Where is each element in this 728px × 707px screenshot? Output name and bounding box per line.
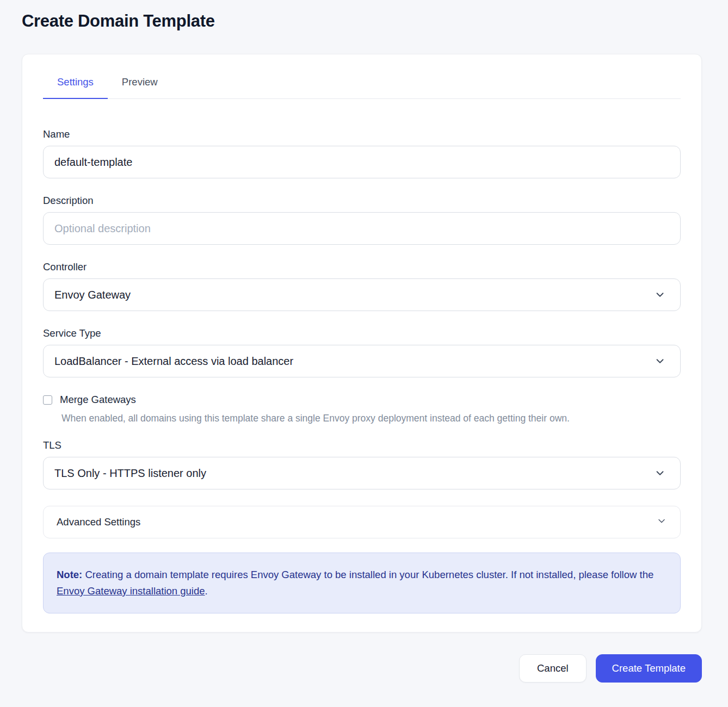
name-label: Name	[43, 128, 681, 140]
chevron-down-icon	[654, 467, 666, 479]
service-type-label: Service Type	[43, 327, 681, 339]
name-input[interactable]	[43, 146, 681, 178]
note-suffix: .	[205, 585, 208, 597]
description-label: Description	[43, 195, 681, 207]
note-prefix: Note:	[57, 569, 82, 580]
footer-actions: Cancel Create Template	[0, 654, 702, 683]
controller-field-group: Controller Envoy Gateway	[43, 261, 681, 311]
description-input[interactable]	[43, 212, 681, 245]
service-type-select-value: LoadBalancer - External access via load …	[54, 355, 293, 368]
tab-preview[interactable]: Preview	[108, 75, 172, 99]
tls-label: TLS	[43, 439, 681, 451]
tls-select[interactable]: TLS Only - HTTPS listener only	[43, 457, 681, 489]
service-type-select[interactable]: LoadBalancer - External access via load …	[43, 345, 681, 377]
chevron-down-icon	[654, 289, 666, 301]
note-box: Note: Creating a domain template require…	[43, 553, 681, 613]
tab-settings[interactable]: Settings	[43, 75, 108, 99]
controller-select[interactable]: Envoy Gateway	[43, 278, 681, 311]
create-domain-template-card: Settings Preview Name Description Contro…	[22, 54, 702, 632]
create-template-button[interactable]: Create Template	[596, 654, 702, 683]
merge-gateways-row: Merge Gateways	[43, 394, 681, 406]
merge-gateways-group: Merge Gateways When enabled, all domains…	[43, 394, 681, 424]
chevron-down-icon	[654, 355, 666, 367]
controller-label: Controller	[43, 261, 681, 273]
service-type-field-group: Service Type LoadBalancer - External acc…	[43, 327, 681, 377]
merge-gateways-label[interactable]: Merge Gateways	[60, 394, 136, 406]
settings-form: Name Description Controller Envoy Gatewa…	[43, 99, 681, 613]
tab-bar: Settings Preview	[43, 75, 681, 99]
installation-guide-link[interactable]: Envoy Gateway installation guide	[57, 585, 205, 597]
cancel-button[interactable]: Cancel	[519, 654, 587, 683]
page-title: Create Domain Template	[22, 11, 706, 31]
tls-select-value: TLS Only - HTTPS listener only	[54, 467, 206, 480]
name-field-group: Name	[43, 128, 681, 178]
merge-gateways-help-text: When enabled, all domains using this tem…	[61, 413, 681, 424]
tls-field-group: TLS TLS Only - HTTPS listener only	[43, 439, 681, 489]
controller-select-value: Envoy Gateway	[54, 289, 131, 301]
advanced-settings-label: Advanced Settings	[57, 516, 140, 528]
merge-gateways-checkbox[interactable]	[43, 395, 52, 405]
description-field-group: Description	[43, 195, 681, 245]
advanced-settings-toggle[interactable]: Advanced Settings	[43, 506, 681, 538]
note-body-text: Creating a domain template requires Envo…	[82, 569, 653, 580]
chevron-down-icon	[656, 516, 667, 529]
